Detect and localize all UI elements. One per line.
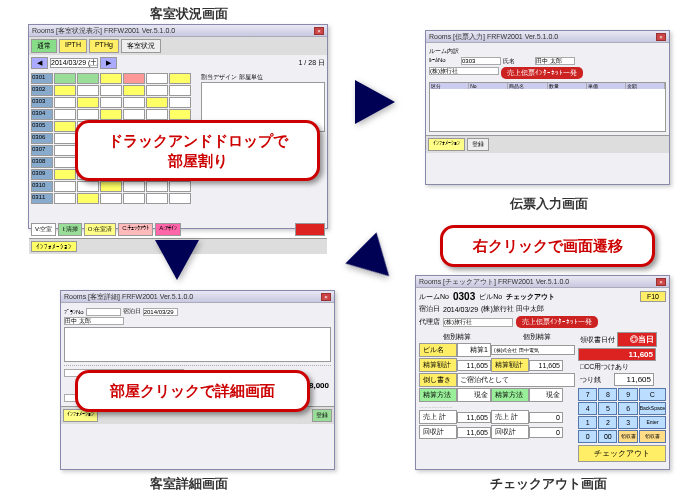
key-enter[interactable]: Enter	[639, 416, 666, 429]
key-receipt[interactable]: 領収書	[618, 430, 637, 443]
guest-name: (株)旅行社 田中太郎	[481, 304, 544, 314]
prev-button[interactable]: ◀	[31, 57, 48, 69]
register-button[interactable]: 登録	[467, 138, 489, 151]
key-0[interactable]: 0	[578, 430, 597, 443]
window-titlebar: Rooms [チェックアウト] FRFW2001 Ver.5.1.0.0 ×	[416, 276, 669, 288]
settlement-right: 領収書日付◎当日 11,605 □CC用つけあり つり銭11,605 7 8 9…	[578, 331, 666, 462]
date-label: 宿泊日	[123, 307, 141, 316]
credit-label: 倒し書き	[419, 373, 457, 387]
close-icon[interactable]: ×	[321, 293, 331, 301]
alert-pill: 売上伝票ｲﾝﾀｰﾈｯﾄ一発	[516, 316, 598, 328]
register-button[interactable]: 登録	[312, 409, 332, 422]
key-8[interactable]: 8	[598, 388, 617, 401]
method2-label[interactable]: 精算方法	[491, 388, 529, 402]
key-1[interactable]: 1	[578, 416, 597, 429]
credit-note: ご宿泊代として	[457, 373, 575, 387]
key-5[interactable]: 5	[598, 402, 617, 415]
window-titlebar: Rooms [客室詳細] FRFW2001 Ver.5.1.0.0 ×	[61, 291, 334, 303]
agent-label: 代理店	[419, 317, 440, 327]
sec-individual: 個別精算	[419, 332, 496, 342]
next-button[interactable]: ▶	[100, 57, 117, 69]
uriage2-val: 0	[529, 412, 563, 423]
col-qty: 数量	[548, 83, 587, 89]
method-label[interactable]: 精算方法	[419, 388, 457, 402]
date-field[interactable]	[143, 308, 178, 316]
total2-label: 精算額計	[491, 358, 529, 372]
key-receipt2[interactable]: 領収書	[639, 430, 666, 443]
arrow-diag-icon	[345, 232, 404, 291]
uriage-val: 11,605	[457, 412, 491, 423]
key-7[interactable]: 7	[578, 388, 597, 401]
window-title: Rooms [伝票入力] FRFW2001 Ver.5.1.0.0	[429, 32, 558, 42]
legend-assign: A:ｱｻｲﾝ	[155, 223, 181, 236]
close-icon[interactable]: ×	[314, 27, 324, 35]
tsuri-val: 11,605	[614, 373, 654, 386]
title-room-detail: 客室詳細画面	[150, 475, 228, 493]
today-amount: 11,605	[578, 348, 656, 361]
key-2[interactable]: 2	[598, 416, 617, 429]
side-header: 割当デザイン 部屋単位	[201, 73, 325, 82]
legend-alert	[295, 223, 325, 236]
alert-pill: 売上伝票ｲﾝﾀｰﾈｯﾄ一発	[501, 67, 583, 79]
legend-vacant: V:空室	[31, 223, 56, 236]
date-field[interactable]	[50, 58, 98, 68]
total2-value: 11,605	[529, 360, 563, 371]
room-label: ﾙｰﾑNo	[429, 57, 459, 66]
numeric-keypad: 7 8 9 C 4 5 6 BackSpace 1 2 3 Enter 0 00…	[578, 388, 666, 443]
key-c[interactable]: C	[639, 388, 666, 401]
info-button[interactable]: ｲﾝﾌｫﾒｰｼｮﾝ	[31, 241, 77, 252]
billname-label: ビル名	[419, 343, 457, 357]
callout-room-click: 部屋クリックで詳細画面	[75, 370, 310, 412]
col-kubun: 区分	[430, 83, 469, 89]
name-field[interactable]	[535, 57, 575, 65]
cc-label[interactable]: □CC用つけあり	[578, 362, 631, 372]
agent-field[interactable]	[443, 318, 513, 327]
name-label: 氏名	[503, 57, 533, 66]
guest1: (株)式会社 田中電気	[491, 345, 575, 355]
title-slip-entry: 伝票入力画面	[510, 195, 588, 213]
window-title: Rooms [客室状況表示] FRFW2001 Ver.5.1.0.0	[32, 26, 175, 36]
checkout-button[interactable]: チェックアウト	[578, 445, 666, 462]
header-action: チェックアウト	[506, 292, 555, 302]
window-titlebar: Rooms [客室状況表示] FRFW2001 Ver.5.1.0.0 ×	[29, 25, 327, 37]
plan-field[interactable]	[86, 308, 121, 316]
arrow-down-icon	[155, 240, 199, 280]
legend-bar: V:空室 I:清掃 O:在室済 C:ﾁｪｯｸｱｳﾄ A:ｱｻｲﾝ	[29, 221, 327, 238]
billname-val: 精算1	[457, 343, 491, 357]
kaishu-label: 回収計	[419, 425, 457, 439]
tab-roomstatus[interactable]: 客室状況	[121, 39, 161, 53]
page-info: 1 / 28 日	[299, 58, 325, 68]
slip-table[interactable]: 区分 No 商品名 数量 単価 金額	[429, 82, 666, 132]
detail-table[interactable]	[64, 327, 331, 362]
key-bs[interactable]: BackSpace	[639, 402, 666, 415]
close-icon[interactable]: ×	[656, 278, 666, 286]
arrow-right-icon	[355, 80, 395, 124]
callout-drag-drop: ドラックアンドドロップで部屋割り	[75, 120, 320, 181]
info-button[interactable]: ｲﾝﾌｫﾒｰｼｮﾝ	[428, 138, 465, 151]
close-icon[interactable]: ×	[656, 33, 666, 41]
title-room-status: 客室状況画面	[150, 5, 228, 23]
receipt-today[interactable]: ◎当日	[617, 332, 657, 347]
tab-ipth[interactable]: IPTH	[59, 39, 87, 53]
kaishu-val: 11,605	[457, 427, 491, 438]
col-item: 商品名	[508, 83, 547, 89]
divider: ........................	[419, 403, 575, 409]
key-9[interactable]: 9	[618, 388, 637, 401]
key-4[interactable]: 4	[578, 402, 597, 415]
name-field[interactable]	[64, 317, 124, 325]
key-3[interactable]: 3	[618, 416, 637, 429]
receipt-date-label: 領収書日付	[578, 335, 617, 345]
tsuri-label: つり銭	[578, 375, 614, 385]
legend-occupied: O:在室済	[84, 223, 116, 236]
window-titlebar: Rooms [伝票入力] FRFW2001 Ver.5.1.0.0 ×	[426, 31, 669, 43]
key-6[interactable]: 6	[618, 402, 637, 415]
tab-normal[interactable]: 通常	[31, 39, 57, 53]
tab-pthg[interactable]: PTHg	[89, 39, 119, 53]
f10-button[interactable]: F10	[640, 291, 666, 302]
total-value: 11,605	[457, 360, 491, 371]
room-field[interactable]	[461, 57, 501, 65]
stay-value: 2014/03/29	[443, 306, 478, 313]
key-00[interactable]: 00	[598, 430, 617, 443]
kaishu2-label: 回収計	[491, 425, 529, 439]
agent-field[interactable]	[429, 67, 499, 75]
